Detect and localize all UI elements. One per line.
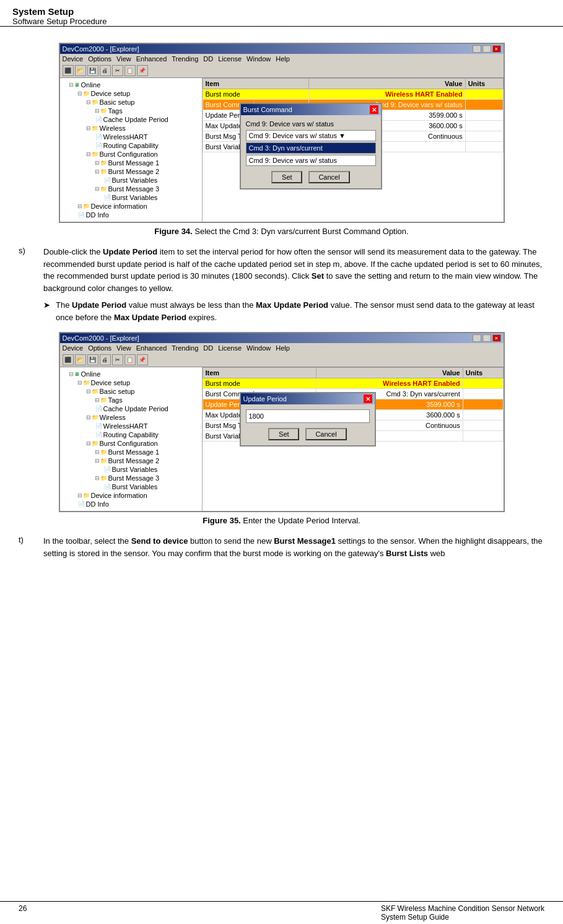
option-cmd3-dyn[interactable]: Cmd 3: Dyn vars/current (246, 142, 376, 154)
max-update-period-bold2: Max Update Period (114, 313, 186, 322)
toolbar2-btn-3[interactable]: 💾 (87, 354, 98, 365)
close-button[interactable]: ✕ (492, 45, 501, 53)
burst-command-cancel-button[interactable]: Cancel (308, 171, 349, 183)
update-period-input[interactable] (246, 409, 370, 423)
menu2-help[interactable]: Help (276, 344, 290, 352)
tree2-device-setup[interactable]: ⊟ 📁 Device setup (60, 378, 202, 387)
tree-basic-setup[interactable]: ⊟ 📁 Basic setup (60, 98, 202, 107)
folder-icon-4: 📁 (92, 125, 98, 131)
folder-icon-2: 📁 (92, 99, 98, 105)
toolbar-btn-4[interactable]: 🖨 (100, 65, 111, 76)
bullet-list-s: ➤ The Update Period value must always be… (43, 299, 544, 323)
expand-basic-setup: ⊟ (86, 99, 91, 105)
toolbar-btn-3[interactable]: 💾 (87, 65, 98, 76)
burst-command-close-button[interactable]: ✕ (370, 105, 378, 114)
tree2-burst-vars2[interactable]: 📄 Burst Variables (60, 482, 202, 491)
tree-burst-vars1[interactable]: 📄 Burst Variables (60, 176, 202, 185)
menu-dd[interactable]: DD (203, 55, 213, 63)
update-period-close-button[interactable]: ✕ (364, 394, 372, 403)
menu2-options[interactable]: Options (88, 344, 111, 352)
tree-burst-msg1[interactable]: ⊟ 📁 Burst Message 1 (60, 159, 202, 167)
tree2-device-info[interactable]: ⊟ 📁 Device information (60, 491, 202, 500)
tree-dd-info[interactable]: 📄 DD Info (60, 211, 202, 219)
menu-license[interactable]: License (218, 55, 242, 63)
maximize-button-2[interactable]: □ (482, 334, 491, 342)
item2-icon-6: 📄 (78, 501, 85, 507)
tree-online[interactable]: ⊟ 🖥 Online (60, 81, 202, 89)
tree-burst-vars2[interactable]: 📄 Burst Variables (60, 193, 202, 202)
tree-routing[interactable]: 📄 Routing Capability (60, 141, 202, 150)
tree2-cache-update[interactable]: 📄 Cache Update Period (60, 404, 202, 413)
tree-burst-config[interactable]: ⊟ 📁 Burst Configuration (60, 150, 202, 159)
toolbar-btn-2[interactable]: 📂 (75, 65, 86, 76)
tree2-wirelesshart[interactable]: 📄 WirelessHART (60, 422, 202, 430)
tree-label-burst-msg1: Burst Message 1 (108, 159, 160, 167)
tree2-burst-msg2[interactable]: ⊟ 📁 Burst Message 2 (60, 456, 202, 465)
toolbar-btn-6[interactable]: 📋 (124, 65, 136, 76)
toolbar2-btn-6[interactable]: 📋 (124, 354, 136, 365)
tree2-wireless[interactable]: ⊟ 📁 Wireless (60, 413, 202, 422)
option-cmd9-device[interactable]: Cmd 9: Device vars w/ status (246, 155, 376, 166)
toolbar2-btn-4[interactable]: 🖨 (100, 354, 111, 365)
menu-device[interactable]: Device (63, 55, 84, 63)
update-period-dialog-body: Set Cancel (241, 404, 375, 445)
menu-help[interactable]: Help (276, 55, 290, 63)
update-period-cancel-button[interactable]: Cancel (305, 428, 346, 440)
toolbar2-btn-1[interactable]: ⬛ (63, 354, 74, 365)
minimize-button[interactable]: _ (473, 45, 481, 53)
step-s-letter: s) (19, 246, 43, 326)
toolbar-btn-7[interactable]: 📌 (137, 65, 148, 76)
tree2-burst-config[interactable]: ⊟ 📁 Burst Configuration (60, 439, 202, 448)
toolbar-btn-5[interactable]: ✂ (112, 65, 123, 76)
menu-trending[interactable]: Trending (172, 55, 198, 63)
menu-enhanced[interactable]: Enhanced (136, 55, 167, 63)
menu2-enhanced[interactable]: Enhanced (136, 344, 167, 352)
toolbar2-btn-5[interactable]: ✂ (112, 354, 123, 365)
burst-command-set-button[interactable]: Set (271, 171, 302, 183)
item-icon-4: 📄 (104, 177, 111, 183)
menu2-device[interactable]: Device (63, 344, 84, 352)
folder-icon-7: 📁 (100, 168, 107, 175)
tree-burst-msg3[interactable]: ⊟ 📁 Burst Message 3 (60, 185, 202, 193)
tree-tags[interactable]: ⊟ 📁 Tags (60, 107, 202, 115)
tree2-online[interactable]: ⊟ 🖥 Online (60, 370, 202, 378)
toolbar2-btn-2[interactable]: 📂 (75, 354, 86, 365)
tree2-burst-vars1[interactable]: 📄 Burst Variables (60, 465, 202, 474)
dropdown-cmd9[interactable]: Cmd 9: Device vars w/ status ▼ (246, 130, 376, 141)
menu2-window[interactable]: Window (247, 344, 271, 352)
tree2-label-wirelesshart: WirelessHART (103, 422, 148, 430)
toolbar2-btn-7[interactable]: 📌 (137, 354, 148, 365)
menu2-dd[interactable]: DD (203, 344, 213, 352)
menu-view[interactable]: View (116, 55, 131, 63)
tree-cache-update[interactable]: 📄 Cache Update Period (60, 115, 202, 124)
tree-device-info[interactable]: ⊟ 📁 Device information (60, 202, 202, 211)
tree2-label-basic-setup: Basic setup (100, 388, 135, 395)
close-button-2[interactable]: ✕ (492, 334, 501, 342)
tree-device-setup[interactable]: ⊟ 📁 Device setup (60, 89, 202, 98)
menu2-view[interactable]: View (116, 344, 131, 352)
minimize-button-2[interactable]: _ (473, 334, 481, 342)
tree2-dd-info[interactable]: 📄 DD Info (60, 500, 202, 508)
tree-wireless[interactable]: ⊟ 📁 Wireless (60, 124, 202, 133)
devcom2-menubar: Device Options View Enhanced Trending DD… (60, 343, 504, 353)
tree-label-burst-msg2: Burst Message 2 (108, 168, 160, 175)
maximize-button[interactable]: □ (482, 45, 491, 53)
menu-window[interactable]: Window (247, 55, 271, 63)
tree2-burst-msg1[interactable]: ⊟ 📁 Burst Message 1 (60, 448, 202, 456)
tree-wirelesshart[interactable]: 📄 WirelessHART (60, 133, 202, 141)
table2-row: Burst mode Wireless HART Enabled (203, 378, 503, 389)
figure35-caption-text: Enter the Update Period Interval. (241, 516, 360, 525)
update-period-set-button[interactable]: Set (268, 428, 299, 440)
menu2-trending[interactable]: Trending (172, 344, 198, 352)
menu-options[interactable]: Options (88, 55, 111, 63)
tree2-tags[interactable]: ⊟ 📁 Tags (60, 396, 202, 404)
expand-wireless: ⊟ (86, 125, 91, 131)
toolbar-btn-1[interactable]: ⬛ (63, 65, 74, 76)
tree2-routing[interactable]: 📄 Routing Capability (60, 430, 202, 439)
tree2-basic-setup[interactable]: ⊟ 📁 Basic setup (60, 387, 202, 396)
menu2-license[interactable]: License (218, 344, 242, 352)
tree-burst-msg2[interactable]: ⊟ 📁 Burst Message 2 (60, 167, 202, 176)
col2-value: Value (316, 368, 463, 378)
folder2-icon-9: 📁 (83, 492, 90, 499)
tree2-burst-msg3[interactable]: ⊟ 📁 Burst Message 3 (60, 474, 202, 482)
